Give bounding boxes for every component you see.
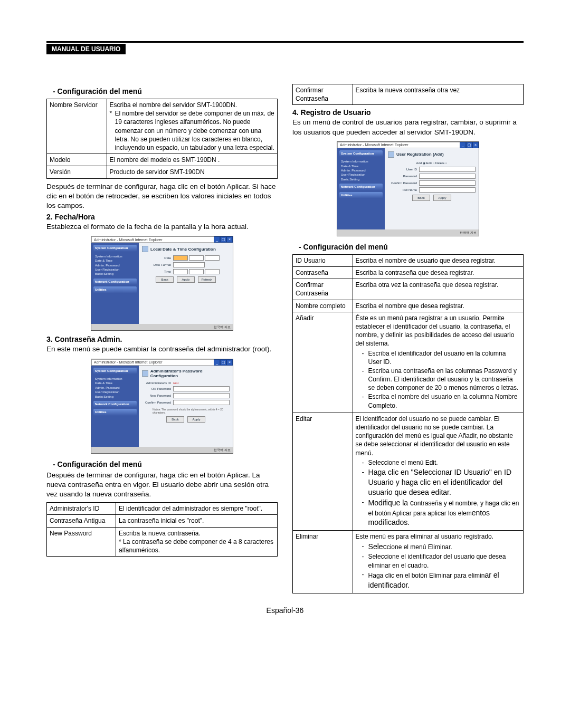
cell-key: Confirmar Contraseña (293, 279, 353, 300)
label: Full Name (388, 188, 417, 191)
radio-row[interactable]: Add ◉ Edit ○ Delete ○ (388, 161, 476, 165)
input[interactable] (419, 174, 476, 179)
page-icon (142, 246, 148, 252)
back-button[interactable]: Back (412, 195, 430, 201)
cell-value: Escriba la nueva contraseña otra vez (353, 84, 523, 105)
label: Date (142, 256, 171, 260)
label: Confirm Password (142, 401, 171, 404)
list-item: Haga clic en "Seleccionar ID Usuario" en… (363, 467, 520, 497)
side-group: Network Configuration (93, 401, 137, 407)
cell-line: Escriba el nombre del servidor SMT-1900D… (110, 101, 274, 109)
list-item: Escriba el identificador del usuario en … (363, 349, 520, 366)
side-items: System Information Date & Time Admin. Pa… (93, 376, 137, 401)
input[interactable] (419, 180, 476, 186)
cell-key: Confirmar Contraseña (293, 84, 353, 105)
cell-value: La contraseña inicial es "root". (116, 515, 278, 527)
apply-button[interactable]: Apply (187, 416, 205, 423)
side-group: System Configuration (93, 368, 137, 374)
cell-intro: Éste es un menú para registrar a un usua… (356, 314, 520, 348)
select[interactable] (189, 255, 204, 261)
select[interactable] (189, 269, 204, 274)
list-item: Seleccione el identificador del usuario … (363, 552, 520, 569)
apply-button[interactable]: Apply (433, 195, 451, 201)
menu-config-heading-1: - Configuración del menú (53, 87, 278, 95)
back-button[interactable]: Back (166, 416, 184, 423)
cell-key: Contraseña Antigua (47, 515, 116, 527)
cell-value: El nombre del modelo es SMT-190DN . (107, 154, 277, 166)
screenshot-admin-password: Administrator - Microsoft Internet Explo… (91, 359, 233, 454)
label: Password (388, 175, 417, 178)
asterisk-icon: * (110, 109, 115, 152)
table-user-registration: ID Usuario Escriba el nombre de usuario … (292, 254, 524, 593)
list-item: Escriba una contraseña en las columnas P… (363, 367, 520, 392)
cell-line: Escriba la nueva contraseña. (119, 529, 274, 538)
cell-key: New Password (47, 527, 116, 557)
cell-key: Nombre completo (293, 300, 353, 312)
input[interactable] (419, 167, 476, 172)
paragraph: Después de terminar de configurar, haga … (46, 182, 278, 211)
window-controls: _▢× (460, 142, 479, 148)
page-icon (142, 370, 148, 377)
notice: Notice: The password should be alphanume… (142, 407, 230, 415)
side-group: Network Configuration (93, 279, 137, 285)
label: Date Format (142, 263, 171, 266)
value: root (173, 381, 178, 385)
cell-key: Nombre Servidor (47, 99, 107, 154)
cell-value: Escriba la contraseña que desea registra… (353, 267, 523, 279)
side-group: System Configuration (339, 150, 383, 157)
window-controls: _▢× (214, 236, 233, 243)
side-group: Network Configuration (339, 184, 383, 190)
cell-value: Escriba el nombre que desea registrar. (353, 300, 523, 312)
section-3-title: 3. Contraseña Admin. (46, 335, 278, 343)
side-items: System Information Date & Time Admin. Pa… (93, 253, 137, 279)
side-group: Utilities (93, 409, 137, 415)
input[interactable] (173, 262, 205, 267)
cell-line: * La contraseña se debe componer de 4 a … (119, 538, 274, 554)
input[interactable] (419, 187, 476, 193)
table-confirm-password: Confirmar Contraseña Escriba la nueva co… (292, 84, 524, 105)
label: Time (142, 270, 171, 273)
right-column: Confirmar Contraseña Escriba la nueva co… (292, 81, 524, 597)
cell-value: El identificador del administrador es si… (116, 503, 278, 515)
ss-heading: User Registration (Add) (396, 152, 444, 157)
ss-status-bar: 한국어 자료 (91, 324, 233, 330)
header-bar: MANUAL DE USUARIO (46, 44, 126, 54)
list-item: Modifique la cModifique la contraseña y … (363, 498, 520, 528)
list-item: Escriba el nombre del usuario en la colu… (363, 392, 520, 409)
cell-key: Eliminar (293, 531, 353, 593)
select[interactable] (173, 269, 188, 274)
window-controls: _▢× (214, 359, 233, 366)
ss-window-title: Administrator - Microsoft Internet Explo… (91, 359, 233, 366)
cell-key: Versión (47, 166, 107, 178)
cell-key: Administrator's ID (47, 503, 116, 515)
cell-value: Éste es un menú para registrar a un usua… (353, 312, 523, 413)
label: User ID (388, 168, 417, 171)
input[interactable] (173, 400, 230, 405)
ss-heading: Local Date & Time Configuration (150, 247, 216, 252)
input[interactable] (173, 386, 230, 391)
paragraph: Establezca el formato de la fecha de la … (46, 222, 278, 232)
cell-value: El identificador del usuario no se puede… (353, 413, 523, 530)
page-footer: Español-36 (46, 606, 524, 615)
cell-value: Escriba la nueva contraseña. * La contra… (116, 527, 278, 557)
select[interactable] (205, 269, 220, 274)
ss-status-bar: 한국어 자료 (91, 447, 233, 453)
cell-key: Contraseña (293, 267, 353, 279)
page-icon (388, 151, 394, 158)
select[interactable] (173, 255, 188, 261)
paragraph: Después de terminar de configurar, haga … (46, 471, 278, 500)
back-button[interactable]: Back (156, 276, 174, 283)
select[interactable] (205, 255, 220, 261)
paragraph: Es un menú de control de usuarios para r… (292, 118, 524, 137)
label: Confirm Password (388, 181, 417, 185)
side-group: Utilities (93, 286, 137, 293)
ss-window-title: Administrator - Microsoft Internet Explo… (91, 236, 233, 243)
input[interactable] (173, 393, 230, 398)
cell-value: Escriba el nombre del servidor SMT-1900D… (107, 99, 277, 154)
ss-status-bar: 한국어 자료 (337, 229, 479, 236)
apply-button[interactable]: Apply (177, 276, 195, 283)
refresh-button[interactable]: Refresh (198, 276, 216, 283)
section-4-title: 4. Registro de Usuario (292, 108, 524, 117)
cell-key: Modelo (47, 154, 107, 166)
section-2-title: 2. Fecha/Hora (46, 213, 278, 221)
